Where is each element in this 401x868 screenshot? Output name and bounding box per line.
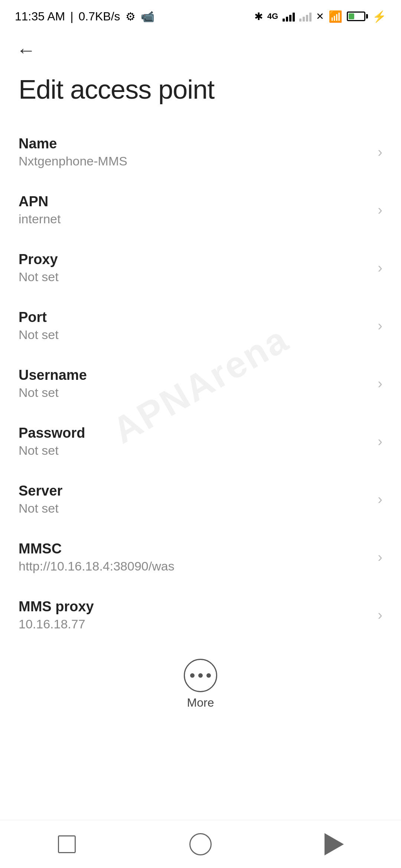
settings-item-server-content: Server Not set [19, 483, 370, 516]
more-button[interactable]: More [0, 644, 401, 721]
signal-bars-2 [299, 11, 312, 22]
settings-item-apn[interactable]: APN internet › [0, 181, 401, 239]
more-dot-3 [206, 673, 211, 678]
settings-item-mms-proxy-label: MMS proxy [19, 599, 370, 615]
settings-item-password-value: Not set [19, 443, 370, 458]
settings-item-port-label: Port [19, 309, 370, 325]
chevron-icon-name: › [378, 144, 382, 160]
settings-item-username-label: Username [19, 367, 370, 383]
bolt-icon: ⚡ [372, 10, 386, 23]
status-left: 11:35 AM | 0.7KB/s ⚙ 📹 [15, 10, 154, 23]
settings-item-proxy[interactable]: Proxy Not set › [0, 239, 401, 297]
no-signal-icon: ✕ [316, 11, 324, 22]
signal-bars-1 [283, 11, 295, 22]
chevron-icon-mms-proxy: › [378, 607, 382, 623]
back-arrow-icon: ← [16, 40, 36, 60]
settings-item-mmsc-value: http://10.16.18.4:38090/was [19, 559, 370, 573]
bottom-nav [0, 820, 401, 868]
circle-nav-icon [189, 833, 212, 855]
back-button[interactable]: ← [11, 35, 41, 65]
status-bar: 11:35 AM | 0.7KB/s ⚙ 📹 ✱ 4G ✕ 📶 [0, 0, 401, 30]
page-title: Edit access point [0, 67, 401, 123]
battery-icon [347, 11, 368, 21]
chevron-icon-mmsc: › [378, 549, 382, 565]
settings-item-server-label: Server [19, 483, 370, 499]
status-time: 11:35 AM [15, 10, 65, 23]
more-dot-1 [190, 673, 195, 678]
settings-item-proxy-value: Not set [19, 270, 370, 284]
settings-item-server[interactable]: Server Not set › [0, 470, 401, 528]
settings-list: Name Nxtgenphone-MMS › APN internet › Pr… [0, 123, 401, 644]
chevron-icon-server: › [378, 491, 382, 507]
settings-item-apn-content: APN internet [19, 194, 370, 226]
settings-item-name-label: Name [19, 136, 370, 152]
chevron-icon-proxy: › [378, 260, 382, 276]
more-dots-icon [190, 673, 211, 678]
settings-item-mmsc[interactable]: MMSC http://10.16.18.4:38090/was › [0, 528, 401, 586]
settings-item-mms-proxy[interactable]: MMS proxy 10.16.18.77 › [0, 586, 401, 644]
settings-item-username-value: Not set [19, 385, 370, 400]
nav-recent-apps-button[interactable] [45, 829, 89, 859]
settings-item-port-content: Port Not set [19, 309, 370, 342]
top-bar: ← [0, 30, 401, 67]
chevron-icon-port: › [378, 318, 382, 334]
more-label: More [187, 696, 214, 710]
settings-item-name-content: Name Nxtgenphone-MMS [19, 136, 370, 168]
status-speed: 0.7KB/s [79, 10, 120, 23]
settings-item-password-content: Password Not set [19, 425, 370, 458]
status-right: ✱ 4G ✕ 📶 ⚡ [254, 10, 386, 23]
settings-item-port-value: Not set [19, 328, 370, 342]
settings-item-name[interactable]: Name Nxtgenphone-MMS › [0, 123, 401, 181]
bluetooth-icon: ✱ [254, 10, 263, 23]
settings-item-username-content: Username Not set [19, 367, 370, 400]
settings-item-mms-proxy-content: MMS proxy 10.16.18.77 [19, 599, 370, 631]
settings-item-proxy-content: Proxy Not set [19, 251, 370, 284]
nav-home-button[interactable] [178, 829, 223, 859]
nav-back-button[interactable] [312, 829, 356, 859]
square-nav-icon [58, 835, 76, 853]
settings-item-apn-value: internet [19, 212, 370, 226]
more-dot-2 [198, 673, 203, 678]
chevron-icon-password: › [378, 434, 382, 450]
status-divider: | [70, 10, 73, 23]
network-4g-icon: 4G [267, 11, 278, 21]
settings-icon: ⚙ [125, 10, 136, 23]
settings-item-server-value: Not set [19, 501, 370, 516]
settings-item-password[interactable]: Password Not set › [0, 412, 401, 470]
settings-item-password-label: Password [19, 425, 370, 441]
settings-item-proxy-label: Proxy [19, 251, 370, 267]
settings-item-port[interactable]: Port Not set › [0, 297, 401, 355]
settings-item-apn-label: APN [19, 194, 370, 210]
settings-item-mmsc-label: MMSC [19, 541, 370, 557]
back-nav-icon [325, 833, 344, 855]
settings-item-username[interactable]: Username Not set › [0, 355, 401, 412]
settings-item-mmsc-content: MMSC http://10.16.18.4:38090/was [19, 541, 370, 573]
more-circle-icon [184, 659, 217, 692]
settings-item-mms-proxy-value: 10.16.18.77 [19, 617, 370, 631]
chevron-icon-username: › [378, 376, 382, 392]
chevron-icon-apn: › [378, 202, 382, 218]
camera-icon: 📹 [141, 10, 154, 23]
wifi-icon: 📶 [329, 10, 342, 23]
settings-item-name-value: Nxtgenphone-MMS [19, 154, 370, 168]
